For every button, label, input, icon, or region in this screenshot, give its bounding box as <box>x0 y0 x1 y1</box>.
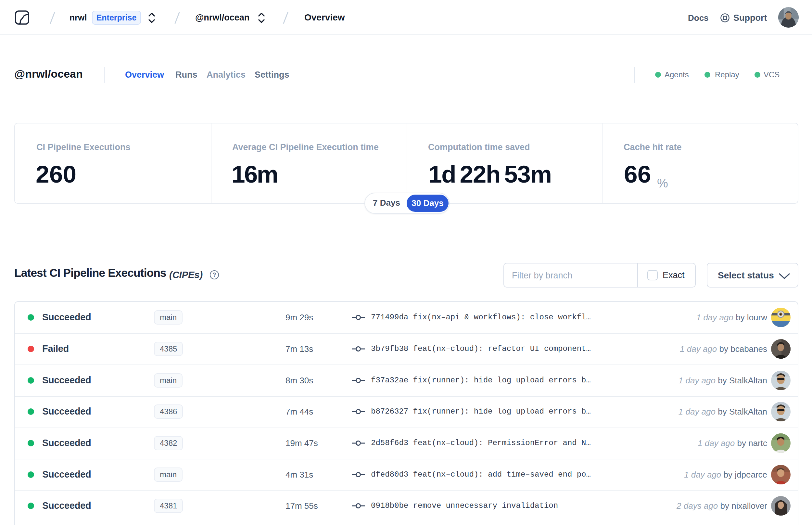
svg-text:?: ? <box>213 272 216 278</box>
